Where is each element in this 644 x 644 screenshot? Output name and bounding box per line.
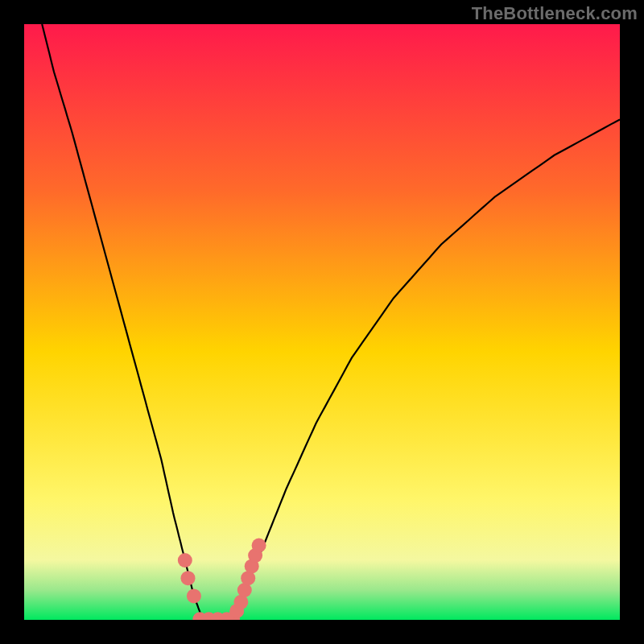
chart-svg [24,24,620,620]
valley-marker [181,571,196,585]
valley-marker [187,588,201,603]
valley-marker [252,539,266,553]
valley-marker [178,553,192,568]
outer-frame: TheBottleneck.com [0,0,644,644]
gradient-background [24,24,620,620]
plot-area [24,24,620,620]
watermark-text: TheBottleneck.com [472,3,638,24]
